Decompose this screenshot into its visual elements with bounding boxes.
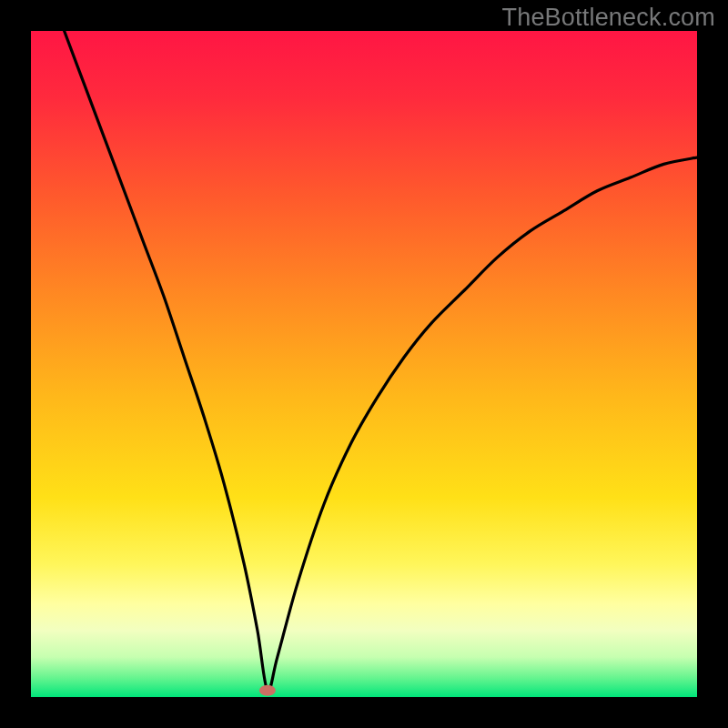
svg-rect-0 xyxy=(31,31,697,697)
watermark-text: TheBottleneck.com xyxy=(501,4,715,32)
background-gradient xyxy=(31,31,697,697)
chart-frame: TheBottleneck.com xyxy=(0,0,728,728)
plot-area xyxy=(31,31,697,697)
